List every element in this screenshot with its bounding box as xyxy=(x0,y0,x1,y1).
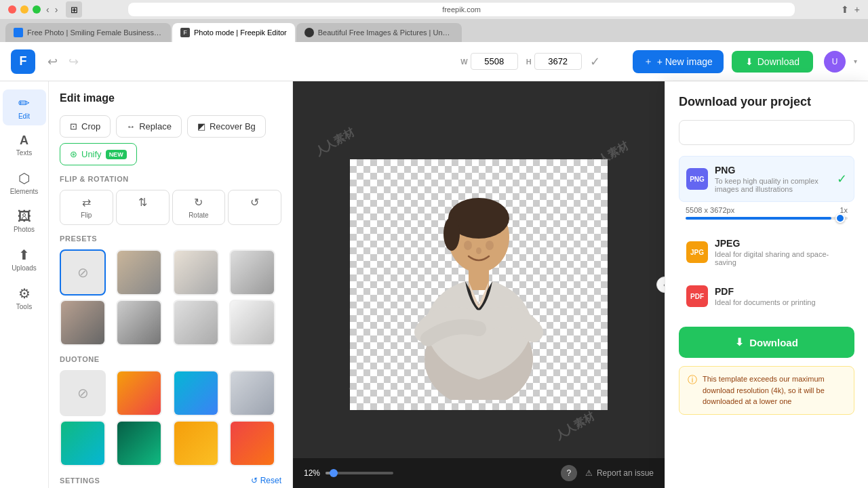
sidebar-item-elements[interactable]: ⬡ Elements xyxy=(3,165,46,201)
format-png[interactable]: PNG PNG To keep high quality in complex … xyxy=(679,156,854,202)
back-button[interactable]: ‹ xyxy=(46,4,50,15)
resolution-fill xyxy=(686,217,831,220)
preset-1[interactable] xyxy=(116,249,162,296)
panel-title: Edit image xyxy=(60,92,281,104)
flip-label: Flip xyxy=(81,211,92,219)
warning-box: ⓘ This template exceeds our maximum down… xyxy=(679,366,854,415)
download-panel: Download your project PNG PNG To keep hi… xyxy=(665,81,868,488)
tab-3[interactable]: Beautiful Free Images & Pictures | Unspl… xyxy=(296,23,462,42)
flip-horizontal-button[interactable]: ⇄ Flip xyxy=(60,190,113,225)
download-header-label: Download xyxy=(757,56,800,67)
png-name: PNG xyxy=(715,165,830,176)
report-icon: ⚠ xyxy=(585,468,593,478)
redo-button[interactable]: ↪ xyxy=(64,52,83,72)
pdf-info: PDF Ideal for documents or printing xyxy=(715,286,847,306)
resolution-track[interactable] xyxy=(686,217,848,220)
share-icon[interactable]: ⬆ xyxy=(841,4,849,15)
unify-icon: ⊛ xyxy=(70,149,77,159)
zoom-slider[interactable] xyxy=(326,472,393,474)
new-image-button[interactable]: ＋ + New image xyxy=(633,50,724,73)
maximize-dot[interactable] xyxy=(33,5,41,14)
duotone-grid: ⊘ xyxy=(60,370,281,466)
sidebar-item-tools-label: Tools xyxy=(16,303,32,310)
freepik-logo: F xyxy=(11,49,35,74)
replace-icon: ↔ xyxy=(126,121,135,131)
wm-5: 人人素材 xyxy=(553,409,597,443)
preset-3[interactable] xyxy=(229,249,275,296)
mac-toolbar-icons: ⬆ + xyxy=(841,4,860,15)
duotone-5[interactable] xyxy=(116,420,162,466)
presets-grid: ⊘ xyxy=(60,249,281,346)
reset-button[interactable]: ↺ Reset xyxy=(251,476,281,485)
report-issue-button[interactable]: ⚠ Report an issue xyxy=(585,468,654,478)
svg-point-3 xyxy=(443,217,460,251)
flip-vertical-button[interactable]: ⇅ xyxy=(116,190,170,225)
sidebar-item-uploads-label: Uploads xyxy=(12,264,37,272)
close-dot[interactable] xyxy=(8,5,16,14)
width-input[interactable] xyxy=(471,53,518,70)
rotate-label: Rotate xyxy=(189,211,208,219)
user-avatar[interactable]: U xyxy=(824,51,846,73)
flip-h-icon: ⇄ xyxy=(82,196,91,209)
height-input[interactable] xyxy=(534,53,582,70)
download-panel-title: Download your project xyxy=(679,95,854,109)
undo-button[interactable]: ↩ xyxy=(43,52,62,72)
sidebar-item-tools[interactable]: ⚙ Tools xyxy=(3,280,46,316)
address-bar[interactable]: freepik.com xyxy=(128,3,794,16)
recover-bg-button[interactable]: ◩ Recover Bg xyxy=(187,115,266,138)
format-pdf[interactable]: PDF PDF Ideal for documents or printing xyxy=(679,277,854,316)
sidebar-item-texts[interactable]: A Texts xyxy=(3,128,46,162)
sidebar-item-edit[interactable]: ✏ Edit xyxy=(3,89,46,125)
format-jpeg[interactable]: JPG JPEG Ideal for digital sharing and s… xyxy=(679,229,854,275)
download-action-button[interactable]: ⬇ Download xyxy=(679,327,854,358)
collapse-tools-button[interactable]: ‹ xyxy=(656,277,665,293)
duotone-4[interactable] xyxy=(60,420,106,466)
minimize-dot[interactable] xyxy=(20,5,28,14)
duotone-1[interactable] xyxy=(116,370,162,416)
help-button[interactable]: ? xyxy=(561,465,577,481)
crop-button[interactable]: ⊡ Crop xyxy=(60,115,111,138)
preset-7[interactable] xyxy=(229,300,275,346)
sidebar-item-photos[interactable]: 🖼 Photos xyxy=(3,203,46,239)
preset-2[interactable] xyxy=(173,249,219,296)
duotone-6[interactable] xyxy=(173,420,219,466)
replace-button[interactable]: ↔ Replace xyxy=(116,115,182,138)
recover-bg-icon: ◩ xyxy=(197,121,205,131)
duotone-none[interactable]: ⊘ xyxy=(60,370,106,416)
new-tab-icon[interactable]: + xyxy=(854,4,860,15)
tab-1-label: Free Photo | Smiling Female Business Lea… xyxy=(27,28,163,37)
forward-button[interactable]: › xyxy=(55,4,58,15)
format-options: PNG PNG To keep high quality in complex … xyxy=(679,156,854,316)
photos-icon: 🖼 xyxy=(18,209,31,224)
resolution-info: 5508 x 3672px 1x xyxy=(686,206,848,214)
rotate-cw-button[interactable]: ↻ Rotate xyxy=(172,190,226,225)
sidebar-item-photos-label: Photos xyxy=(14,226,35,233)
duotone-2[interactable] xyxy=(173,370,219,416)
zoom-value: 12% xyxy=(304,468,320,478)
preset-none[interactable]: ⊘ xyxy=(60,249,106,296)
png-info: PNG To keep high quality in complex imag… xyxy=(715,165,830,193)
height-label: H xyxy=(526,58,532,66)
resolution-label: 5508 x 3672px xyxy=(686,206,734,214)
png-icon: PNG xyxy=(686,168,708,190)
tab-2-favicon: F xyxy=(180,28,190,37)
text-icon: A xyxy=(20,134,28,148)
confirm-dimensions-button[interactable]: ✓ xyxy=(590,54,600,69)
edit-icon: ✏ xyxy=(18,95,30,111)
tab-1[interactable]: Free Photo | Smiling Female Business Lea… xyxy=(5,23,171,42)
duotone-no-icon: ⊘ xyxy=(77,385,89,401)
sidebar-item-uploads[interactable]: ⬆ Uploads xyxy=(3,241,46,277)
tab-2[interactable]: F Photo mode | Freepik Editor xyxy=(172,23,295,42)
unify-button[interactable]: ⊛ Unify NEW xyxy=(60,143,137,165)
duotone-7[interactable] xyxy=(229,420,275,466)
preset-4[interactable] xyxy=(60,300,106,346)
filename-input[interactable] xyxy=(679,120,854,145)
grid-view-button[interactable]: ⊞ xyxy=(66,1,82,18)
download-header-button[interactable]: ⬇ Download xyxy=(732,51,813,73)
preset-5[interactable] xyxy=(116,300,162,346)
rotate-ccw-button[interactable]: ↺ xyxy=(228,190,281,225)
zoom-thumb xyxy=(330,469,338,477)
preset-6[interactable] xyxy=(173,300,219,346)
duotone-3[interactable] xyxy=(229,370,275,416)
jpeg-name: JPEG xyxy=(715,238,847,249)
